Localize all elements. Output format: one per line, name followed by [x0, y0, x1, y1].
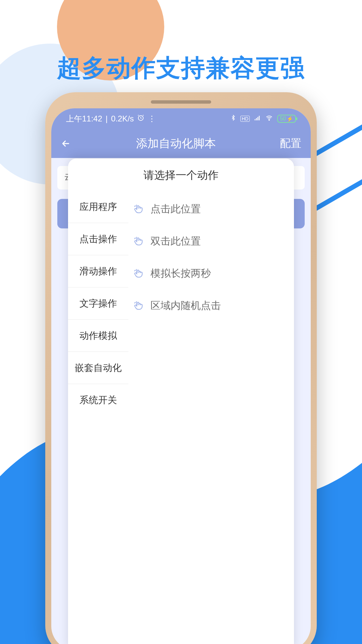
option-long-press[interactable]: 模拟长按两秒: [128, 257, 294, 289]
option-tap-here[interactable]: 点击此位置: [128, 193, 294, 225]
header-config-button[interactable]: 配置: [278, 136, 301, 151]
option-label: 点击此位置: [150, 202, 201, 216]
signal-icon: [254, 114, 261, 123]
status-time: 上午11:42: [66, 113, 102, 124]
phone-screen: 上午11:42 | 0.2K/s ⋮ HD: [51, 108, 311, 644]
action-picker-modal: 请选择一个动作 应用程序 点击操作 滑动操作 文字操作 动作模拟 嵌套自动化 系…: [68, 159, 294, 644]
back-button[interactable]: [61, 139, 74, 149]
app-header: 添加自动化脚本 配置: [51, 129, 311, 158]
modal-body: 应用程序 点击操作 滑动操作 文字操作 动作模拟 嵌套自动化 系统开关 点击此位…: [68, 191, 294, 644]
category-text[interactable]: 文字操作: [68, 287, 128, 320]
tap-icon: [132, 235, 144, 247]
status-net-speed: 0.2K/s: [111, 114, 134, 123]
option-double-tap[interactable]: 双击此位置: [128, 225, 294, 257]
category-swipe[interactable]: 滑动操作: [68, 255, 128, 287]
status-left: 上午11:42 | 0.2K/s ⋮: [66, 113, 157, 124]
hd-icon: HD: [240, 116, 250, 122]
promo-headline: 超多动作支持兼容更强: [0, 52, 362, 84]
status-more-icon: ⋮: [148, 114, 157, 123]
battery-level: 50: [280, 116, 286, 122]
charging-icon: ⚡: [287, 116, 293, 122]
modal-title: 请选择一个动作: [68, 159, 294, 191]
svg-point-1: [269, 120, 270, 121]
category-app[interactable]: 应用程序: [68, 191, 128, 223]
phone-speaker: [151, 100, 211, 104]
header-title: 添加自动化脚本: [74, 136, 278, 151]
tap-icon: [132, 300, 144, 312]
battery-indicator: 50 ⚡: [277, 115, 296, 123]
category-simulate[interactable]: 动作模拟: [68, 320, 128, 352]
alarm-icon: [137, 114, 144, 123]
option-label: 模拟长按两秒: [150, 267, 211, 280]
bluetooth-icon: [230, 114, 236, 123]
modal-category-sidebar: 应用程序 点击操作 滑动操作 文字操作 动作模拟 嵌套自动化 系统开关: [68, 191, 128, 644]
wifi-icon: [265, 114, 273, 123]
category-click[interactable]: 点击操作: [68, 223, 128, 255]
category-nested[interactable]: 嵌套自动化: [68, 352, 128, 384]
option-label: 区域内随机点击: [150, 299, 221, 313]
tap-icon: [132, 203, 144, 215]
category-system[interactable]: 系统开关: [68, 384, 128, 416]
option-random-tap[interactable]: 区域内随机点击: [128, 289, 294, 322]
option-label: 双击此位置: [150, 234, 201, 248]
tap-icon: [132, 267, 144, 279]
status-sep: |: [106, 114, 108, 123]
phone-frame: 上午11:42 | 0.2K/s ⋮ HD: [45, 92, 317, 644]
status-right: HD 50 ⚡: [230, 114, 296, 123]
status-bar: 上午11:42 | 0.2K/s ⋮ HD: [51, 108, 311, 129]
modal-options-list: 点击此位置 双击此位置 模拟长按两秒: [128, 191, 294, 644]
